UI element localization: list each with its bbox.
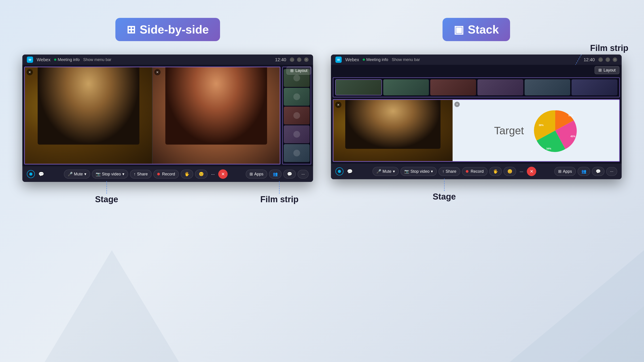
left-video-person-2: ✕: [152, 67, 280, 164]
right-film-thumb-3[interactable]: [430, 79, 476, 95]
left-share-btn[interactable]: ↑ Share: [130, 170, 152, 179]
left-record-btn[interactable]: Record: [154, 170, 179, 179]
left-content-area: ⊞ Layout ✕ ✕: [22, 65, 313, 166]
left-stop-video-btn[interactable]: 📷 Stop video ▾: [92, 170, 128, 179]
right-layout-row: ⊞ Layout: [331, 65, 622, 75]
right-show-menu[interactable]: Show menu bar: [392, 57, 420, 62]
apps-icon: ⊞: [250, 172, 253, 177]
right-film-thumb-1[interactable]: [335, 79, 382, 95]
right-chat-btn[interactable]: 💬: [592, 167, 604, 176]
left-layout-btn[interactable]: ⊞ Layout: [286, 67, 311, 75]
left-annotations: Stage Film strip: [22, 182, 313, 209]
layout-icon: ⊞: [290, 68, 294, 73]
chart-title: Target: [494, 124, 524, 137]
right-video-close[interactable]: ✕: [335, 102, 342, 108]
left-reaction-btn[interactable]: 😊: [195, 170, 208, 179]
right-more-btn[interactable]: ···: [518, 169, 525, 174]
right-status-indicator: [336, 167, 344, 175]
minimize-btn[interactable]: —: [290, 57, 294, 62]
right-participants-icon: 👥: [582, 169, 586, 174]
left-toolbar: 💬 🎤 Mute ▾ 📷 Stop video ▾ ↑ Share: [22, 166, 313, 182]
right-stage-line: [444, 179, 445, 192]
left-toolbar-dots[interactable]: 💬: [37, 171, 46, 177]
maximize-btn[interactable]: □: [297, 57, 302, 62]
right-stop-video-btn[interactable]: 📷 Stop video ▾: [400, 167, 437, 176]
right-chat-icon: 💬: [596, 169, 600, 174]
left-emoji-btn[interactable]: 🖐: [181, 170, 193, 179]
close-btn[interactable]: ✕: [304, 57, 308, 62]
right-annotations: Stage: [331, 179, 622, 206]
right-close-btn[interactable]: ✕: [613, 57, 617, 62]
svg-text:38%: 38%: [539, 124, 544, 126]
right-emoji-btn[interactable]: 🖐: [489, 167, 502, 176]
left-meeting-info[interactable]: Meeting info: [54, 57, 80, 62]
more-icon: ···: [302, 172, 305, 177]
svg-text:34%: 34%: [546, 147, 551, 150]
right-webex-window: W Webex Meeting info Show menu bar 12:40…: [331, 54, 622, 179]
right-maximize-btn[interactable]: □: [606, 57, 610, 62]
right-main-video: ✕: [334, 100, 452, 161]
right-meeting-dot: [363, 58, 365, 61]
right-layout-btn[interactable]: ⊞ Layout: [594, 66, 620, 74]
left-video-person-1: ✕: [25, 67, 152, 164]
left-chat-btn[interactable]: 💬: [283, 170, 296, 179]
right-video-icon: 📷: [404, 169, 409, 174]
right-meeting-info[interactable]: Meeting info: [363, 57, 388, 62]
right-end-call-btn[interactable]: ✕: [527, 167, 536, 176]
mute-chevron: ▾: [84, 172, 86, 177]
end-call-icon: ✕: [221, 171, 225, 177]
left-end-call-btn[interactable]: ✕: [218, 169, 228, 179]
right-film-thumb-2[interactable]: [383, 79, 429, 95]
meeting-status-dot: [54, 58, 56, 61]
participants-icon: 👥: [273, 172, 278, 177]
right-webex-logo: W: [336, 56, 342, 63]
right-film-strip: [333, 77, 620, 97]
left-video-close-1[interactable]: ✕: [26, 69, 33, 75]
right-stage: ✕ ✕ Target 32%: [333, 99, 620, 162]
left-apps-btn[interactable]: ⊞ Apps: [246, 170, 267, 179]
right-participants-btn[interactable]: 👥: [578, 167, 590, 176]
right-time: 12:40: [584, 57, 595, 62]
film-thumb-4[interactable]: [284, 125, 310, 143]
right-film-thumb-4[interactable]: [478, 79, 523, 95]
right-share-btn[interactable]: ↑ Share: [438, 167, 460, 176]
left-window-controls: — □ ✕: [290, 57, 308, 62]
left-more-btn[interactable]: ···: [209, 172, 217, 177]
film-thumb-2[interactable]: [284, 88, 310, 106]
left-status-indicator: [27, 170, 35, 178]
right-minimize-btn[interactable]: —: [598, 57, 603, 62]
right-share-icon: ↑: [442, 169, 444, 174]
left-participants-btn[interactable]: 👥: [269, 170, 282, 179]
left-video-close-2[interactable]: ✕: [154, 69, 160, 75]
right-window-controls: — □ ✕: [598, 57, 617, 62]
side-by-side-icon: ⊞: [126, 23, 136, 36]
right-mic-icon: 🎤: [376, 169, 381, 174]
right-stage-label: Stage: [433, 192, 456, 201]
right-share-close[interactable]: ✕: [454, 102, 460, 107]
left-show-menu[interactable]: Show menu bar: [83, 57, 111, 62]
emoji-icon: 🖐: [184, 172, 190, 177]
right-more2-btn[interactable]: ···: [606, 167, 617, 176]
record-dot: [157, 173, 160, 175]
right-reaction-btn[interactable]: 😊: [504, 167, 516, 176]
right-apps-icon: ⊞: [558, 169, 562, 174]
right-film-thumb-6[interactable]: [572, 79, 618, 95]
left-title-bar: W Webex Meeting info Show menu bar 12:40…: [22, 54, 313, 65]
right-mute-btn[interactable]: 🎤 Mute ▾: [372, 167, 399, 176]
right-toolbar-dots[interactable]: 💬: [345, 169, 354, 174]
right-film-thumb-5[interactable]: [524, 79, 570, 95]
right-emoji-icon: 🖐: [493, 169, 498, 174]
side-by-side-badge: ⊞ Side-by-side: [116, 18, 220, 41]
film-thumb-3[interactable]: [284, 107, 310, 124]
right-more-icon: ···: [610, 169, 613, 174]
right-end-call-icon: ✕: [530, 169, 534, 174]
film-thumb-5[interactable]: [284, 144, 310, 162]
right-mute-chevron: ▾: [393, 169, 395, 174]
reaction-icon: 😊: [199, 172, 204, 177]
left-mute-btn[interactable]: 🎤 Mute ▾: [64, 170, 90, 179]
right-apps-btn[interactable]: ⊞ Apps: [554, 167, 576, 176]
left-more2-btn[interactable]: ···: [298, 170, 308, 179]
left-panel: ⊞ Side-by-side W Webex Meeting info Show…: [22, 18, 313, 209]
side-by-side-label: Side-by-side: [140, 23, 209, 36]
right-record-btn[interactable]: Record: [462, 167, 488, 176]
